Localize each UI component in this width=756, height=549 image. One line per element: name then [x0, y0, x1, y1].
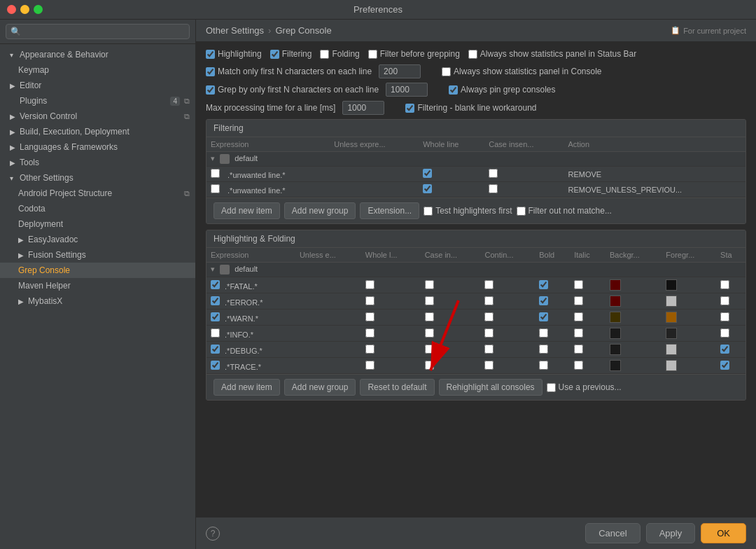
sidebar-item-grep-console[interactable]: Grep Console [0, 263, 195, 278]
match-first-n-checkbox[interactable] [206, 67, 215, 76]
add-new-item-hl-button[interactable]: Add new item [214, 379, 280, 396]
use-previous-checkbox[interactable] [547, 383, 556, 392]
fg-color-swatch[interactable] [666, 360, 677, 371]
highlighting-checkbox[interactable] [206, 50, 215, 59]
sta-checkbox[interactable] [720, 345, 729, 354]
sidebar-item-codota[interactable]: Codota [0, 201, 195, 216]
foregr-cell[interactable] [662, 310, 716, 326]
search-input[interactable] [6, 24, 190, 39]
filter-before-grep-option[interactable]: Filter before grepping [368, 49, 460, 59]
always-show-console-option[interactable]: Always show statistics panel in Console [442, 67, 601, 76]
table-row[interactable]: .*unwanted line.* REMOVE_UNLESS_PREVIOU.… [206, 182, 746, 197]
match-first-n-input[interactable] [379, 64, 421, 78]
backgr-cell[interactable] [606, 326, 662, 342]
case-in-checkbox[interactable] [425, 328, 434, 338]
sidebar-item-version-control[interactable]: ▶ Version Control ⧉ [0, 109, 195, 124]
sidebar-item-plugins[interactable]: Plugins 4 ⧉ [0, 93, 195, 109]
minimize-button[interactable] [20, 5, 29, 14]
grep-first-n-option[interactable]: Grep by only first N characters on each … [206, 85, 379, 95]
folding-option[interactable]: Folding [320, 49, 359, 59]
italic-checkbox[interactable] [574, 328, 583, 338]
test-highlighters-option[interactable]: Test highlighters first [424, 202, 512, 219]
case-in-checkbox[interactable] [425, 361, 434, 370]
filter-out-not-matched-option[interactable]: Filter out not matche... [517, 202, 612, 219]
foregr-cell[interactable] [662, 326, 716, 342]
sidebar-item-other-settings[interactable]: ▾ Other Settings [0, 170, 195, 186]
contin-checkbox[interactable] [484, 312, 493, 321]
italic-checkbox[interactable] [574, 280, 583, 289]
use-previous-option[interactable]: Use a previous... [547, 379, 622, 396]
case-insensitive-checkbox[interactable] [489, 184, 498, 193]
sidebar-item-android[interactable]: Android Project Structure ⧉ [0, 186, 195, 201]
bg-color-swatch[interactable] [610, 344, 621, 355]
italic-checkbox[interactable] [574, 361, 583, 370]
row-checkbox[interactable] [211, 312, 220, 321]
sta-checkbox[interactable] [720, 280, 729, 289]
italic-checkbox[interactable] [574, 345, 583, 354]
row-checkbox[interactable] [211, 361, 220, 370]
table-row[interactable]: ▾ default [206, 152, 746, 167]
whole-l-checkbox[interactable] [365, 296, 374, 305]
row-checkbox[interactable] [211, 280, 220, 289]
row-checkbox[interactable] [211, 184, 220, 193]
bg-color-swatch[interactable] [610, 360, 621, 371]
filter-out-checkbox[interactable] [517, 207, 526, 216]
backgr-cell[interactable] [606, 293, 662, 310]
table-row[interactable]: .*DEBUG.* [206, 342, 746, 358]
fg-color-swatch[interactable] [666, 312, 677, 323]
always-pin-option[interactable]: Always pin grep consoles [449, 85, 555, 95]
foregr-cell[interactable] [662, 342, 716, 358]
table-row[interactable]: ▾ default [206, 263, 746, 277]
row-checkbox[interactable] [211, 296, 220, 305]
fg-color-swatch[interactable] [666, 279, 677, 291]
filtering-blank-line-checkbox[interactable] [405, 104, 414, 113]
max-processing-input[interactable] [342, 101, 384, 115]
italic-checkbox[interactable] [574, 312, 583, 321]
table-row[interactable]: .*WARN.* [206, 310, 746, 326]
maximize-button[interactable] [34, 5, 43, 14]
bold-checkbox[interactable] [539, 328, 548, 338]
sta-checkbox[interactable] [720, 312, 729, 321]
always-show-stats-option[interactable]: Always show statistics panel in Status B… [468, 49, 636, 59]
case-in-checkbox[interactable] [425, 296, 434, 305]
sidebar-item-maven-helper[interactable]: Maven Helper [0, 278, 195, 293]
sidebar-item-deployment[interactable]: Deployment [0, 216, 195, 232]
add-new-item-button[interactable]: Add new item [214, 202, 280, 219]
grep-first-n-input[interactable] [386, 83, 428, 97]
sidebar-item-mybatisx[interactable]: ▶ MybatisX [0, 293, 195, 309]
case-in-checkbox[interactable] [425, 312, 434, 321]
help-button[interactable]: ? [206, 527, 220, 541]
match-first-n-option[interactable]: Match only first N characters on each li… [206, 67, 372, 76]
case-in-checkbox[interactable] [425, 345, 434, 354]
row-checkbox[interactable] [211, 345, 220, 354]
cancel-button[interactable]: Cancel [585, 523, 640, 543]
bg-color-swatch[interactable] [610, 296, 621, 307]
bold-checkbox[interactable] [539, 312, 548, 321]
apply-button[interactable]: Apply [646, 523, 696, 543]
table-row[interactable]: .*FATAL.* [206, 277, 746, 293]
bg-color-swatch[interactable] [610, 312, 621, 323]
whole-l-checkbox[interactable] [365, 328, 374, 338]
extension-button[interactable]: Extension... [360, 202, 419, 219]
row-checkbox[interactable] [211, 328, 220, 338]
sta-checkbox[interactable] [720, 328, 729, 338]
fg-color-swatch[interactable] [666, 296, 677, 307]
foregr-cell[interactable] [662, 358, 716, 374]
backgr-cell[interactable] [606, 310, 662, 326]
foregr-cell[interactable] [662, 293, 716, 310]
contin-checkbox[interactable] [484, 345, 493, 354]
italic-checkbox[interactable] [574, 296, 583, 305]
whole-l-checkbox[interactable] [365, 345, 374, 354]
contin-checkbox[interactable] [484, 361, 493, 370]
table-row[interactable]: .*unwanted line.* REMOVE [206, 167, 746, 182]
sidebar-item-languages[interactable]: ▶ Languages & Frameworks [0, 139, 195, 155]
contin-checkbox[interactable] [484, 296, 493, 305]
bold-checkbox[interactable] [539, 345, 548, 354]
whole-l-checkbox[interactable] [365, 280, 374, 289]
filtering-checkbox[interactable] [270, 50, 279, 59]
ok-button[interactable]: OK [701, 523, 746, 543]
whole-line-checkbox[interactable] [423, 184, 432, 193]
bold-checkbox[interactable] [539, 280, 548, 289]
whole-l-checkbox[interactable] [365, 361, 374, 370]
test-highlighters-checkbox[interactable] [424, 207, 433, 216]
